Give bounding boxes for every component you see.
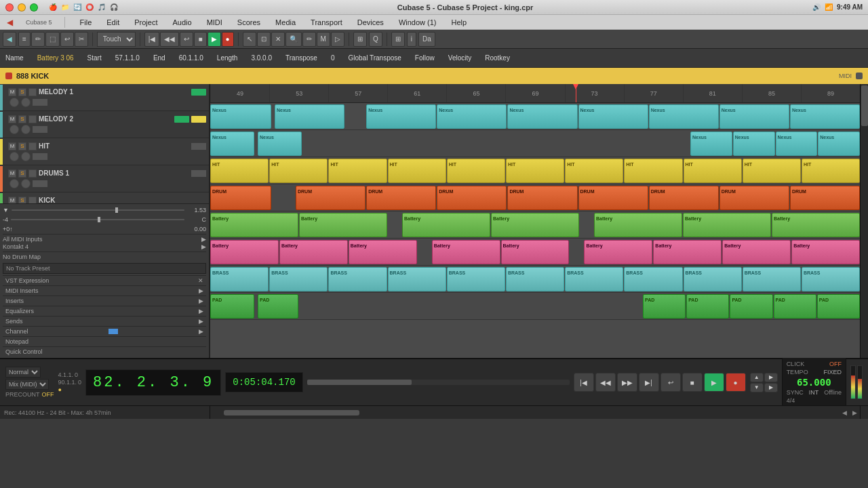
- no-drum-map-row[interactable]: No Drum Map: [3, 253, 206, 261]
- clip-melody1-r6[interactable]: Nexus: [649, 104, 719, 129]
- track-vol-melody2[interactable]: [174, 116, 189, 123]
- toolbar-split[interactable]: ✂: [75, 32, 88, 47]
- mute-tool[interactable]: M: [317, 32, 330, 47]
- horizontal-scrollbar[interactable]: ◀ ▶: [210, 405, 860, 419]
- toolbar-more[interactable]: Da: [418, 32, 435, 47]
- pan-fader[interactable]: [11, 219, 184, 220]
- clip-hit9[interactable]: HIT: [684, 159, 742, 183]
- menu-edit[interactable]: Edit: [104, 17, 122, 28]
- clip-d3[interactable]: DRUM: [437, 186, 507, 210]
- clip-m2r2[interactable]: Nexus: [733, 131, 775, 156]
- clip-k1[interactable]: Battery: [210, 213, 298, 237]
- erase-tool[interactable]: ✕: [271, 32, 285, 47]
- pan-handle[interactable]: [98, 217, 100, 222]
- transport-rewind[interactable]: ◀◀: [595, 373, 616, 392]
- clip-hit7[interactable]: HIT: [565, 159, 623, 183]
- clip-br10[interactable]: BRASS: [743, 267, 801, 291]
- track-solo-drums1[interactable]: S: [18, 169, 26, 178]
- clip-padr4[interactable]: PAD: [774, 294, 816, 319]
- toolbar-back[interactable]: ◀: [3, 32, 16, 47]
- menu-scores[interactable]: Scores: [235, 17, 263, 28]
- clip-hit6[interactable]: HIT: [506, 159, 564, 183]
- range-tool[interactable]: ⊡: [257, 32, 271, 47]
- track-rec-btn-melody1[interactable]: [9, 98, 19, 107]
- kontakt-expand[interactable]: ▶: [201, 243, 206, 250]
- track-mute-melody2[interactable]: M: [8, 115, 16, 123]
- clip-d2[interactable]: DRUM: [366, 186, 436, 210]
- clip-k5[interactable]: Battery: [594, 213, 682, 237]
- draw-tool[interactable]: ✏: [302, 32, 316, 47]
- clip-8k4[interactable]: Battery: [432, 240, 500, 264]
- transport-goto-end[interactable]: ▶|: [639, 373, 659, 392]
- snap-toggle[interactable]: ⊞: [353, 32, 367, 47]
- track-mon-btn-melody2[interactable]: [21, 125, 31, 134]
- select-tool[interactable]: ↖: [243, 32, 256, 47]
- track-rec-btn-melody2[interactable]: [9, 125, 19, 134]
- rec-mode-select[interactable]: Normal: [5, 367, 41, 378]
- clips-area[interactable]: Nexus Nexus Nexus Nexus Nexus Nexus Nexu…: [210, 103, 860, 358]
- nav-right-down[interactable]: ▶: [764, 383, 778, 392]
- transport-play-toolbar[interactable]: ▶: [208, 32, 221, 47]
- toolbar-pencil[interactable]: ✏: [31, 32, 45, 47]
- clip-k4[interactable]: Battery: [491, 213, 579, 237]
- clip-hit8[interactable]: HIT: [624, 159, 682, 183]
- vst-expression-row[interactable]: VST Expression ✕: [3, 275, 206, 285]
- track-solo-kick[interactable]: S: [18, 197, 26, 204]
- nav-down[interactable]: ▼: [750, 383, 764, 392]
- clip-8k6[interactable]: Battery: [584, 240, 652, 264]
- clip-m2r4[interactable]: Nexus: [818, 131, 860, 156]
- clip-8k9[interactable]: Battery: [791, 240, 860, 264]
- toolbar-cycle[interactable]: ↩: [60, 32, 74, 47]
- track-mute-melody1[interactable]: M: [8, 88, 16, 96]
- transport-goto-start[interactable]: |◀: [144, 32, 160, 47]
- clip-8k5[interactable]: Battery: [501, 240, 570, 264]
- clip-hit4[interactable]: HIT: [388, 159, 446, 183]
- track-solo-melody2[interactable]: S: [18, 115, 26, 123]
- clip-k2[interactable]: Battery: [299, 213, 387, 237]
- track-mon-btn-hit[interactable]: [21, 152, 31, 161]
- right-scrollbar[interactable]: [860, 84, 868, 358]
- clip-br3[interactable]: BRASS: [328, 267, 387, 291]
- clip-melody1-r3[interactable]: Nexus: [437, 104, 507, 129]
- inspector-toggle[interactable]: i: [407, 32, 416, 47]
- transport-loop[interactable]: ↩: [660, 373, 681, 392]
- clip-8k7[interactable]: Battery: [653, 240, 722, 264]
- toolbar-select-rect[interactable]: ⬚: [45, 32, 60, 47]
- track-vol-melody1[interactable]: [191, 89, 206, 96]
- inserts-row[interactable]: Inserts ▶: [3, 296, 206, 306]
- track-mute-drums1[interactable]: M: [8, 169, 16, 178]
- transport-record-toolbar[interactable]: ●: [222, 32, 234, 47]
- clip-melody1-r1[interactable]: Nexus: [275, 104, 344, 129]
- mixer-view[interactable]: ⊞: [391, 32, 405, 47]
- midi-in-expand[interactable]: ▶: [201, 236, 206, 243]
- clip-br9[interactable]: BRASS: [684, 267, 742, 291]
- track-expand-btn[interactable]: [856, 73, 863, 79]
- clip-padr5[interactable]: PAD: [817, 294, 860, 319]
- menu-audio[interactable]: Audio: [170, 17, 194, 28]
- clip-8k2[interactable]: Battery: [279, 240, 348, 264]
- clip-melody2-start2[interactable]: Nexus: [258, 131, 302, 156]
- clip-padr1[interactable]: PAD: [643, 294, 686, 319]
- clip-melody1-r5[interactable]: Nexus: [578, 104, 648, 129]
- zoom-tool[interactable]: 🔍: [285, 32, 302, 47]
- menu-window[interactable]: Window (1): [396, 17, 439, 28]
- menu-devices[interactable]: Devices: [355, 17, 387, 28]
- clip-br5[interactable]: BRASS: [447, 267, 505, 291]
- clip-melody1-start[interactable]: Nexus: [210, 104, 271, 129]
- clip-d7[interactable]: DRUM: [719, 186, 789, 210]
- menu-media[interactable]: Media: [273, 17, 298, 28]
- clip-melody1-r4[interactable]: Nexus: [507, 104, 577, 129]
- clip-pad2[interactable]: PAD: [258, 294, 298, 319]
- clip-padr2[interactable]: PAD: [686, 294, 729, 319]
- track-solo-hit[interactable]: S: [18, 142, 26, 150]
- menu-help[interactable]: Help: [449, 17, 470, 28]
- equalizers-row[interactable]: Equalizers ▶: [3, 306, 206, 316]
- track-solo-melody1[interactable]: S: [18, 88, 26, 96]
- transport-play[interactable]: ▶: [704, 373, 724, 392]
- nav-up[interactable]: ▲: [750, 373, 764, 382]
- play-tool[interactable]: ▷: [331, 32, 344, 47]
- clip-8k8[interactable]: Battery: [722, 240, 791, 264]
- midi-mode-select[interactable]: Mix (MIDI): [5, 379, 49, 390]
- track-rec-btn-drums1[interactable]: [9, 179, 19, 188]
- sends-row[interactable]: Sends ▶: [3, 316, 206, 326]
